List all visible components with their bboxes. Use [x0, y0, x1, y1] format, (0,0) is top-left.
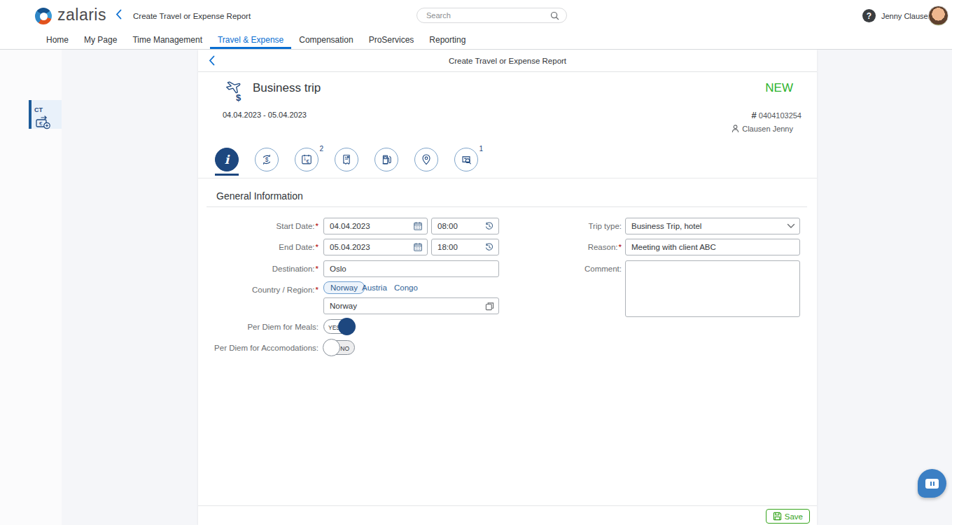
value-help-icon[interactable]	[485, 302, 494, 311]
tabs-divider	[198, 178, 817, 178]
destination-label: Destination:*	[205, 265, 318, 273]
trip-employee-name: Clausen Jenny	[742, 125, 793, 133]
trip-type-value[interactable]	[626, 222, 787, 230]
end-date-label: End Date:*	[205, 243, 318, 251]
clock-icon[interactable]	[484, 221, 494, 231]
svg-text:€: €	[307, 158, 310, 164]
section-divider	[206, 206, 807, 207]
trip-title: Business trip	[253, 81, 321, 95]
search-input[interactable]	[426, 11, 550, 20]
section-tabs: i $ 1	[215, 148, 478, 176]
country-chip-norway[interactable]: Norway	[323, 281, 365, 294]
country-link-congo[interactable]: Congo	[394, 284, 418, 292]
receipt-icon	[335, 148, 358, 172]
user-name[interactable]: Jenny Clausen	[881, 12, 932, 20]
calendar-icon[interactable]	[413, 221, 423, 231]
trip-type-label: Trip type:	[562, 222, 622, 230]
toggle-knob	[338, 318, 356, 335]
per-diem-accommodations-label: Per Diem for Accomodations:	[198, 344, 318, 352]
toggle-knob	[323, 339, 340, 356]
info-icon: i	[215, 148, 239, 172]
section-title: General Information	[216, 190, 303, 202]
tab-per-diem-calendar[interactable]: 1 € 2	[295, 148, 318, 176]
destination-input[interactable]	[324, 265, 498, 273]
user-avatar[interactable]	[928, 6, 948, 26]
chat-fab-button[interactable]	[918, 469, 946, 498]
nav-item-home[interactable]: Home	[38, 31, 76, 49]
reason-input[interactable]	[626, 243, 799, 251]
start-date-field	[323, 218, 428, 234]
hash-icon: #	[752, 110, 757, 120]
money-transfer-icon: $	[255, 148, 279, 172]
end-date-field	[323, 239, 428, 255]
save-button[interactable]: Save	[766, 509, 810, 524]
app-window: zalaris Create Travel or Expense Report …	[0, 0, 952, 525]
rail-item-create-trip[interactable]: CT €	[29, 100, 62, 129]
svg-text:$: $	[265, 156, 269, 163]
nav-item-my-page[interactable]: My Page	[76, 31, 125, 49]
tab-expense-review[interactable]: 1	[454, 148, 478, 176]
document-search-icon	[454, 148, 478, 172]
end-date-input[interactable]	[324, 243, 413, 251]
top-header: zalaris Create Travel or Expense Report …	[0, 0, 952, 31]
nav-item-proservices[interactable]: ProServices	[361, 31, 422, 49]
main-panel: Create Travel or Expense Report $ Busine…	[198, 50, 817, 525]
nav-item-compensation[interactable]: Compensation	[291, 31, 360, 49]
header-back-icon[interactable]	[115, 9, 122, 22]
expense-wallet-icon: €	[34, 115, 52, 130]
country-link-austria[interactable]: Austria	[362, 284, 387, 292]
comment-label: Comment:	[562, 265, 622, 273]
location-pin-icon	[414, 148, 438, 172]
calendar-icon[interactable]	[413, 242, 423, 252]
country-input[interactable]	[324, 302, 485, 310]
save-icon	[773, 512, 782, 521]
header-page-title: Create Travel or Expense Report	[133, 12, 251, 20]
travel-expense-plane-icon: $	[223, 79, 246, 103]
tab-advances[interactable]: $	[255, 148, 279, 176]
start-date-input[interactable]	[324, 222, 413, 230]
search-icon[interactable]	[550, 11, 559, 20]
nav-item-reporting[interactable]: Reporting	[421, 31, 473, 49]
trip-employee: Clausen Jenny	[732, 125, 793, 133]
svg-text:$: $	[236, 92, 241, 103]
per-diem-accommodations-toggle[interactable]: NO	[323, 340, 355, 355]
nav-item-travel-expense[interactable]: Travel & Expense	[210, 31, 291, 49]
search-box	[416, 8, 567, 23]
fuel-pump-icon	[374, 148, 398, 172]
tab-mileage[interactable]	[374, 148, 398, 176]
tab-receipts[interactable]	[335, 148, 358, 176]
start-time-input[interactable]	[432, 222, 484, 230]
start-time-field	[431, 218, 499, 234]
chevron-down-icon[interactable]	[787, 223, 795, 229]
zalaris-logo-icon	[35, 8, 52, 24]
tab-destinations[interactable]	[414, 148, 438, 176]
comment-textarea[interactable]	[625, 260, 800, 317]
end-time-field	[431, 239, 499, 255]
calendar-euro-icon: 1 €	[295, 148, 318, 172]
trip-type-select[interactable]	[625, 218, 800, 234]
zalaris-logo-text: zalaris	[57, 6, 106, 24]
page-right-margin	[952, 0, 980, 525]
help-icon[interactable]: ?	[862, 9, 876, 22]
clock-icon[interactable]	[484, 242, 494, 252]
tab-general-info[interactable]: i	[215, 148, 239, 176]
country-region-label: Country / Region:*	[205, 286, 318, 294]
panel-header: Create Travel or Expense Report	[198, 50, 817, 72]
reason-field	[625, 239, 800, 255]
country-field	[323, 298, 499, 314]
person-icon	[732, 125, 739, 133]
end-time-input[interactable]	[432, 243, 484, 251]
trip-status-badge: NEW	[765, 81, 793, 95]
panel-footer: Save	[198, 505, 817, 525]
rail-item-label: CT	[34, 106, 43, 113]
start-date-label: Start Date:*	[205, 222, 318, 230]
main-navbar: Home My Page Time Management Travel & Ex…	[0, 31, 952, 50]
svg-text:€: €	[39, 120, 43, 127]
toggle-state-label: NO	[340, 345, 349, 352]
trip-number-value: 0404103254	[759, 111, 802, 120]
nav-item-time-management[interactable]: Time Management	[125, 31, 210, 49]
trip-date-range: 04.04.2023 - 05.04.2023	[223, 111, 307, 119]
panel-title: Create Travel or Expense Report	[198, 57, 817, 65]
trip-number: # 0404103254	[752, 110, 802, 120]
per-diem-meals-toggle[interactable]: YES	[323, 319, 355, 334]
